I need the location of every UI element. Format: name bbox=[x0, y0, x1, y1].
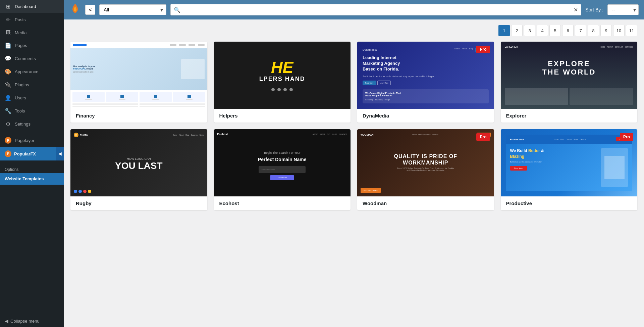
template-name-productive: Productive bbox=[501, 196, 638, 210]
template-thumb-financy: Our analysis is yourFINANCIAL result. Lo… bbox=[70, 42, 207, 109]
website-templates-label: Website Templates bbox=[5, 176, 44, 181]
template-card-woodman[interactable]: WOODMAN Home About Woodman Services Cont… bbox=[357, 129, 494, 210]
template-thumb-productive: Productive Home Blog Contact About Servi… bbox=[501, 129, 638, 196]
pro-badge-productive: Pro bbox=[620, 133, 633, 141]
sidebar-item-label: Users bbox=[15, 95, 26, 100]
back-button[interactable]: < bbox=[85, 5, 95, 15]
search-icon: 🔍 bbox=[174, 7, 180, 13]
search-input[interactable] bbox=[170, 4, 581, 15]
template-name-woodman: Woodman bbox=[357, 196, 494, 210]
sidebar-item-users[interactable]: 👤 Users bbox=[0, 91, 64, 104]
pro-badge-woodman: Pro bbox=[476, 133, 490, 141]
sidebar-item-appearance[interactable]: 🎨 Appearance bbox=[0, 65, 64, 78]
template-name-helpers: Helpers bbox=[214, 109, 351, 123]
sidebar-item-tools[interactable]: 🔧 Tools bbox=[0, 104, 64, 118]
explorer-preview: EXPLORER HOME ABOUT CONTACT SERVICES EXP… bbox=[501, 42, 638, 109]
settings-icon: ⚙ bbox=[5, 121, 11, 127]
template-card-ecohost[interactable]: Ecohost ABOUT HOST BUY BLOG CONTACT bbox=[214, 129, 351, 210]
template-thumb-explorer: EXPLORER HOME ABOUT CONTACT SERVICES EXP… bbox=[501, 42, 638, 109]
template-card-dynamedia[interactable]: DynaMedia Home About Blog Get a Quote Le… bbox=[357, 42, 494, 123]
comments-icon: 💬 bbox=[5, 55, 11, 62]
collapse-label: Collapse menu bbox=[10, 319, 40, 324]
template-name-rugby: Rugby bbox=[70, 196, 207, 210]
page-btn-11[interactable]: 11 bbox=[626, 25, 637, 36]
template-card-productive[interactable]: Productive Home Blog Contact About Servi… bbox=[501, 129, 638, 210]
sidebar-item-label: Pagelayer bbox=[15, 138, 35, 143]
page-btn-4[interactable]: 4 bbox=[537, 25, 548, 36]
page-btn-10[interactable]: 10 bbox=[613, 25, 625, 36]
sidebar-divider bbox=[0, 132, 64, 132]
template-grid: Our analysis is yourFINANCIAL result. Lo… bbox=[70, 42, 637, 210]
template-thumb-helpers: HE LPERS HAND bbox=[214, 42, 351, 109]
search-wrap: 🔍 ✕ bbox=[170, 4, 581, 15]
flame-logo bbox=[69, 3, 81, 17]
template-thumb-woodman: WOODMAN Home About Woodman Services Cont… bbox=[357, 129, 494, 196]
sort-label: Sort By : bbox=[585, 7, 603, 12]
clear-search-button[interactable]: ✕ bbox=[574, 7, 578, 13]
chevron-right-icon: ◀ bbox=[56, 147, 64, 160]
template-card-rugby[interactable]: R RUGBY Home About Blog Coaches News bbox=[70, 129, 207, 210]
page-btn-9[interactable]: 9 bbox=[600, 25, 612, 36]
page-btn-6[interactable]: 6 bbox=[562, 25, 574, 36]
template-card-financy[interactable]: Our analysis is yourFINANCIAL result. Lo… bbox=[70, 42, 207, 123]
template-thumb-ecohost: Ecohost ABOUT HOST BUY BLOG CONTACT bbox=[214, 129, 351, 196]
tools-icon: 🔧 bbox=[5, 108, 11, 114]
popularfx-icon: P bbox=[5, 150, 11, 157]
plugins-icon: 🔌 bbox=[5, 82, 11, 88]
media-icon: 🖼 bbox=[5, 30, 11, 36]
sidebar-item-comments[interactable]: 💬 Comments bbox=[0, 52, 64, 65]
template-card-explorer[interactable]: EXPLORER HOME ABOUT CONTACT SERVICES EXP… bbox=[501, 42, 638, 123]
template-thumb-dynamedia: DynaMedia Home About Blog Get a Quote Le… bbox=[357, 42, 494, 109]
pagination: 1 2 3 4 5 6 7 8 9 10 11 bbox=[70, 25, 637, 36]
sidebar-item-media[interactable]: 🖼 Media bbox=[0, 26, 64, 39]
sidebar-item-label: Dashboard bbox=[15, 4, 36, 9]
sidebar-item-label: Posts bbox=[15, 17, 26, 22]
sidebar-item-plugins[interactable]: 🔌 Plugins bbox=[0, 78, 64, 91]
appearance-icon: 🎨 bbox=[5, 68, 11, 75]
sidebar-item-label: Comments bbox=[15, 56, 36, 61]
topbar: < All Business Blog Portfolio eCommerce … bbox=[64, 0, 644, 19]
pages-icon: 📄 bbox=[5, 42, 11, 49]
pro-badge-dynamedia: Pro bbox=[476, 46, 490, 53]
template-name-ecohost: Ecohost bbox=[214, 196, 351, 210]
sidebar-item-popularfx[interactable]: P PopularFX ◀ bbox=[0, 147, 64, 160]
sidebar-item-label: Plugins bbox=[15, 82, 29, 87]
posts-icon: ✏ bbox=[5, 16, 11, 23]
page-btn-3[interactable]: 3 bbox=[524, 25, 535, 36]
ecohost-preview: Ecohost ABOUT HOST BUY BLOG CONTACT bbox=[214, 129, 351, 196]
sort-select[interactable]: -- Name Newest Popular bbox=[607, 4, 639, 15]
sidebar-item-collapse[interactable]: ◀ Collapse menu bbox=[0, 315, 64, 327]
sidebar-item-posts[interactable]: ✏ Posts bbox=[0, 13, 64, 26]
template-thumb-rugby: R RUGBY Home About Blog Coaches News bbox=[70, 129, 207, 196]
main-area: < All Business Blog Portfolio eCommerce … bbox=[64, 0, 644, 327]
sidebar-item-website-templates[interactable]: Website Templates bbox=[0, 173, 64, 185]
flame-icon bbox=[69, 3, 81, 15]
page-btn-1[interactable]: 1 bbox=[498, 25, 510, 36]
sidebar-item-label: Pages bbox=[15, 43, 27, 48]
users-icon: 👤 bbox=[5, 95, 11, 101]
rugby-preview: R RUGBY Home About Blog Coaches News bbox=[70, 129, 207, 196]
filter-select[interactable]: All Business Blog Portfolio eCommerce Tr… bbox=[99, 4, 166, 15]
helpers-preview: HE LPERS HAND bbox=[214, 42, 351, 109]
page-btn-2[interactable]: 2 bbox=[511, 25, 523, 36]
options-section-label: Options bbox=[0, 164, 64, 173]
dashboard-icon: ⊞ bbox=[5, 3, 11, 10]
page-btn-5[interactable]: 5 bbox=[549, 25, 561, 36]
sidebar-divider-2 bbox=[0, 162, 64, 162]
woodman-preview: WOODMAN Home About Woodman Services Cont… bbox=[357, 129, 494, 196]
sidebar-item-pagelayer[interactable]: P Pagelayer bbox=[0, 134, 64, 147]
content-area: 1 2 3 4 5 6 7 8 9 10 11 bbox=[64, 19, 644, 327]
template-name-explorer: Explorer bbox=[501, 109, 638, 123]
sidebar-item-pages[interactable]: 📄 Pages bbox=[0, 39, 64, 52]
template-name-financy: Financy bbox=[70, 109, 207, 123]
financy-nav bbox=[70, 42, 207, 48]
sidebar-item-label: Media bbox=[15, 30, 26, 35]
sidebar-item-label: PopularFX bbox=[14, 151, 36, 156]
pagelayer-icon: P bbox=[5, 137, 11, 144]
collapse-icon: ◀ bbox=[5, 318, 8, 324]
sidebar-item-dashboard[interactable]: ⊞ Dashboard bbox=[0, 0, 64, 13]
page-btn-7[interactable]: 7 bbox=[575, 25, 586, 36]
page-btn-8[interactable]: 8 bbox=[588, 25, 599, 36]
sidebar-item-settings[interactable]: ⚙ Settings bbox=[0, 118, 64, 131]
template-card-helpers[interactable]: HE LPERS HAND Helpers bbox=[214, 42, 351, 123]
